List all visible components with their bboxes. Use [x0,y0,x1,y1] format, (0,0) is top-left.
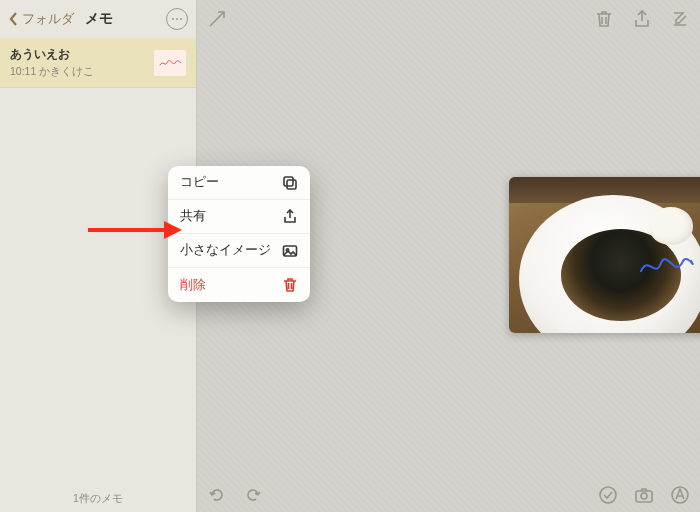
menu-label: コピー [180,174,219,191]
share-icon [282,209,298,225]
menu-item-small-image[interactable]: 小さなイメージ [168,234,310,268]
svg-rect-7 [287,180,296,189]
editor-toolbar-top [197,0,700,38]
note-image-attachment[interactable] [509,177,700,333]
share-icon[interactable] [632,9,652,29]
ellipsis-icon [171,17,183,21]
svg-point-0 [172,18,174,20]
menu-label: 小さなイメージ [180,242,271,259]
image-icon [282,243,298,259]
svg-rect-8 [284,177,293,186]
note-list-item[interactable]: あういえお 10:11 かきくけこ [0,38,196,88]
annotation-arrow [86,217,182,243]
menu-item-delete[interactable]: 削除 [168,268,310,302]
editor-toolbar-bottom [197,478,700,512]
camera-icon[interactable] [634,485,654,505]
compose-icon[interactable] [670,9,690,29]
markup-icon[interactable] [670,485,690,505]
drawn-scribble [637,249,697,281]
svg-point-2 [180,18,182,20]
context-menu: コピー 共有 小さなイメージ 削除 [168,166,310,302]
menu-item-copy[interactable]: コピー [168,166,310,200]
expand-icon[interactable] [207,9,227,29]
scribble-icon [158,56,182,70]
sidebar-footer: 1件のメモ [0,486,196,512]
back-button[interactable]: フォルダ [8,10,74,28]
back-label: フォルダ [22,10,74,28]
more-button[interactable] [166,8,188,30]
svg-point-1 [176,18,178,20]
trash-icon[interactable] [594,9,614,29]
note-title: あういえお [10,46,94,63]
menu-label: 共有 [180,208,206,225]
svg-point-3 [600,487,616,503]
egg [649,207,693,245]
svg-point-5 [641,493,647,499]
menu-label: 削除 [180,277,206,294]
note-subtitle: 10:11 かきくけこ [10,65,94,79]
svg-marker-12 [164,221,182,239]
trash-icon [282,277,298,293]
copy-icon [282,175,298,191]
menu-item-share[interactable]: 共有 [168,200,310,234]
redo-icon[interactable] [243,485,263,505]
checkmark-circle-icon[interactable] [598,485,618,505]
sidebar-header: フォルダ [0,0,196,38]
note-thumbnail [154,50,186,76]
undo-icon[interactable] [207,485,227,505]
chevron-left-icon [8,12,20,26]
